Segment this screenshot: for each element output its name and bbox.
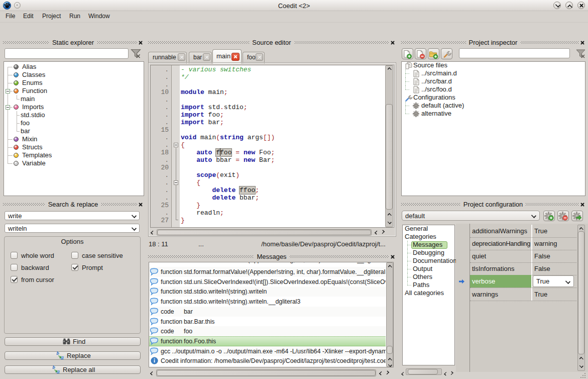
svg-text:b: b bbox=[57, 350, 59, 356]
svg-text:b: b bbox=[53, 364, 55, 370]
